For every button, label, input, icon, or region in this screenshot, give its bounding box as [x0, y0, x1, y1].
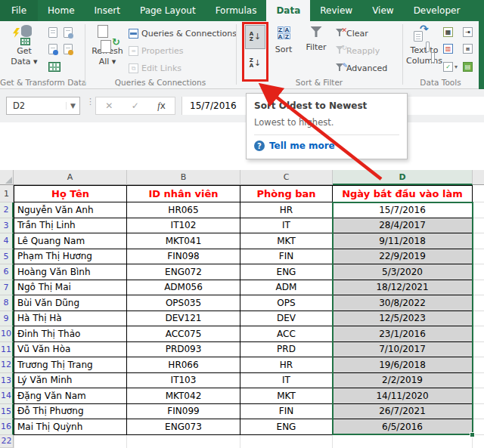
cell-dept[interactable]: MKT: [240, 233, 333, 249]
formula-bar-handle[interactable]: ⋮: [86, 100, 95, 104]
row-header[interactable]: 4: [0, 233, 14, 249]
cell-id[interactable]: HR065: [127, 202, 240, 218]
remove-duplicates-icon[interactable]: ▥: [443, 44, 453, 54]
data-validation-icon[interactable]: ✓▾: [443, 62, 458, 72]
cell-dept[interactable]: IT: [240, 218, 333, 234]
cell-date[interactable]: 7/10/2017: [333, 342, 473, 358]
cell-id[interactable]: OPS035: [127, 295, 240, 311]
row-header[interactable]: 11: [0, 342, 14, 358]
tab-data[interactable]: Data: [266, 0, 310, 21]
row-header[interactable]: 15: [0, 404, 14, 420]
cell-dept[interactable]: ADM: [240, 280, 333, 296]
cell-name[interactable]: Trần Thị Linh: [14, 218, 127, 234]
tell-me-more-link[interactable]: ? Tell me more: [254, 141, 399, 151]
cell-name[interactable]: Hà Thị Hà: [14, 311, 127, 327]
sort-ascending-button[interactable]: AZ ↓: [245, 25, 265, 49]
cancel-icon[interactable]: ✕: [105, 100, 113, 111]
from-text-icon[interactable]: [48, 27, 57, 38]
cell-dept[interactable]: DEV: [240, 311, 333, 327]
cell-name[interactable]: Nguyễn Văn Anh: [14, 202, 127, 218]
cell-dept[interactable]: FIN: [240, 404, 333, 420]
cell-dept[interactable]: PRD: [240, 342, 333, 358]
cell-date[interactable]: 22/9/2019: [333, 249, 473, 265]
consolidate-icon[interactable]: ⇥: [463, 27, 473, 37]
from-source-icon[interactable]: [64, 44, 73, 54]
row-header[interactable]: 12: [0, 357, 14, 373]
cell-id[interactable]: FIN098: [127, 249, 240, 265]
row-header[interactable]: 9: [0, 311, 14, 327]
cell-date[interactable]: 23/1/2016: [333, 326, 473, 342]
row-header[interactable]: 8: [0, 295, 14, 311]
cell-dept[interactable]: ENG: [240, 264, 333, 280]
cell-dept[interactable]: ENG: [240, 419, 333, 435]
refresh-all-button[interactable]: ↻ Refresh All ▾: [89, 25, 126, 67]
row-header[interactable]: 16: [0, 419, 14, 435]
queries-connections-button[interactable]: Queries & Connections: [129, 29, 237, 39]
column-header-b[interactable]: B: [127, 170, 240, 185]
cell-date[interactable]: 2/2/2019: [333, 373, 473, 389]
relationships-icon[interactable]: ⧈: [463, 44, 473, 54]
header-cell-hoten[interactable]: Họ Tên: [14, 185, 127, 202]
cell-name[interactable]: Đặng Văn Nam: [14, 388, 127, 404]
cell-dept[interactable]: HR: [240, 357, 333, 373]
cell-id[interactable]: IT102: [127, 218, 240, 234]
sort-descending-button[interactable]: ZA ↓: [245, 51, 265, 76]
cell-dept[interactable]: IT: [240, 373, 333, 389]
cell-date[interactable]: 26/7/2021: [333, 404, 473, 420]
cell-name[interactable]: Phạm Thị Hương: [14, 249, 127, 265]
cell-id[interactable]: HR066: [127, 357, 240, 373]
cell-date[interactable]: 9/11/2018: [333, 233, 473, 249]
cell-name[interactable]: Đinh Thị Thảo: [14, 326, 127, 342]
cell-id[interactable]: MKT042: [127, 388, 240, 404]
row-header[interactable]: 6: [0, 264, 14, 280]
column-header-d[interactable]: D: [333, 170, 473, 185]
cell-id[interactable]: PRD093: [127, 342, 240, 358]
cell-id[interactable]: IT103: [127, 373, 240, 389]
cell-date[interactable]: 30/8/2022: [333, 295, 473, 311]
row-header[interactable]: 10: [0, 326, 14, 342]
tab-review[interactable]: Review: [310, 0, 362, 21]
advanced-filter-button[interactable]: ✎ Advanced: [336, 63, 387, 73]
cell-date[interactable]: 12/5/2023: [333, 311, 473, 327]
cell-date[interactable]: 19/6/2018: [333, 357, 473, 373]
enter-icon[interactable]: ✓: [132, 100, 139, 111]
cell-name[interactable]: Đỗ Thị Phương: [14, 404, 127, 420]
header-cell-phongban[interactable]: Phòng ban: [240, 185, 333, 202]
cell-id[interactable]: ENG073: [127, 419, 240, 435]
cell-name[interactable]: Vũ Văn Hòa: [14, 342, 127, 358]
header-cell-ngaybatdau[interactable]: Ngày bắt đầu vào làm: [333, 185, 473, 202]
cell-date[interactable]: 6/5/2016: [333, 419, 473, 435]
name-box[interactable]: D2 ▼: [6, 97, 80, 115]
sort-button[interactable]: ZAAZ Sort: [269, 26, 298, 55]
cell-name[interactable]: Lý Văn Minh: [14, 373, 127, 389]
fill-handle[interactable]: [470, 432, 475, 437]
cell-dept[interactable]: FIN: [240, 249, 333, 265]
row-header[interactable]: 3: [0, 218, 14, 234]
insert-function-icon[interactable]: fx: [157, 100, 165, 112]
cell-dept[interactable]: HR: [240, 202, 333, 218]
text-to-columns-button[interactable]: ↷ Text to Columns: [407, 26, 442, 66]
column-header-a[interactable]: A: [14, 170, 127, 185]
row-header-1[interactable]: 1: [0, 185, 14, 202]
get-data-button[interactable]: Get Data ▾: [5, 25, 44, 67]
select-all-corner[interactable]: [0, 170, 14, 185]
properties-button[interactable]: ≡ Properties: [129, 46, 184, 56]
cell-id[interactable]: ADM056: [127, 280, 240, 296]
cell-name[interactable]: Hoàng Văn Bình: [14, 264, 127, 280]
cell-id[interactable]: ENG072: [127, 264, 240, 280]
cell-date[interactable]: 28/4/2017: [333, 218, 473, 234]
tab-page-layout[interactable]: Page Layout: [130, 0, 206, 21]
name-box-dropdown-icon[interactable]: ▼: [66, 102, 79, 110]
cell-id[interactable]: MKT041: [127, 233, 240, 249]
tab-formulas[interactable]: Formulas: [206, 0, 267, 21]
flash-fill-icon[interactable]: ▦: [443, 27, 453, 37]
edit-links-button[interactable]: ⧉ Edit Links: [129, 63, 182, 73]
cell-id[interactable]: FIN099: [127, 404, 240, 420]
filter-button[interactable]: Filter: [301, 26, 331, 53]
cell-name[interactable]: Mai Thị Quỳnh: [14, 419, 127, 435]
clear-button[interactable]: ✕ Clear: [336, 29, 368, 39]
tab-home[interactable]: Home: [38, 0, 84, 21]
header-cell-id[interactable]: ID nhân viên: [127, 185, 240, 202]
row-header[interactable]: 5: [0, 249, 14, 265]
cell-dept[interactable]: ACC: [240, 326, 333, 342]
